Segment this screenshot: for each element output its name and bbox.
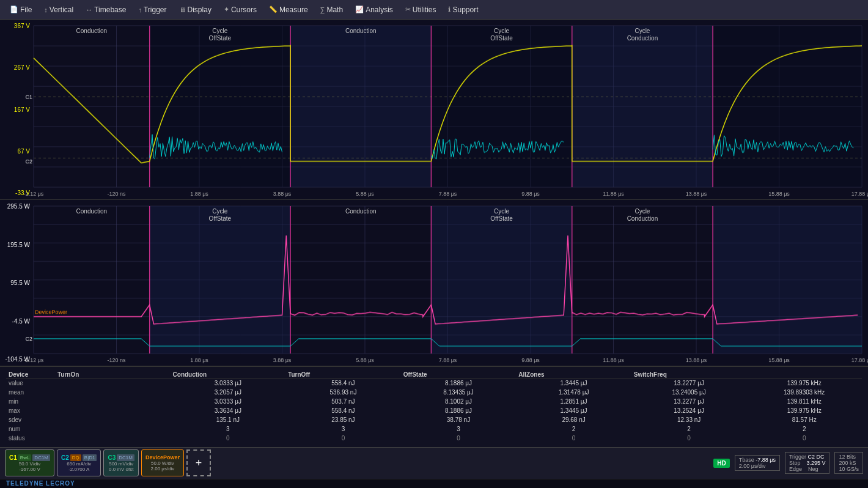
stats-cell-6-4: 0 bbox=[516, 434, 631, 442]
cursors-icon: ✦ bbox=[224, 6, 229, 13]
channel-devicepower-button[interactable]: DevicePower 50.0 W/div 2.00 μs/div bbox=[141, 449, 184, 476]
stats-cell-2-0 bbox=[55, 397, 171, 405]
stats-cell-5-5: 2 bbox=[631, 425, 747, 433]
y-label-bot-1: 295.5 W bbox=[1, 203, 32, 210]
c3-scale: 500 mV/div bbox=[109, 461, 133, 467]
bits-label: 12 Bits bbox=[839, 454, 859, 460]
menu-item-display[interactable]: 🖥 Display bbox=[174, 3, 216, 17]
menu-item-file[interactable]: 📄 File bbox=[5, 3, 37, 17]
stats-cell-5-6: 2 bbox=[746, 425, 862, 433]
y-label-top-5: -33 V bbox=[1, 190, 32, 196]
tbase-info: Tbase -7.88 μs 2.00 μs/div bbox=[735, 455, 780, 471]
stats-col-offstate: OffState bbox=[401, 371, 517, 379]
c3-offset: 0.0 mV ofst bbox=[109, 467, 133, 472]
trigger-icon: ↑ bbox=[138, 6, 142, 13]
stats-col-switchfreq: SwitchFreq bbox=[631, 371, 747, 379]
stats-label-3: max bbox=[6, 407, 55, 415]
stats-cell-5-4: 2 bbox=[516, 425, 631, 433]
stats-panel: Device TurnOn Conduction TurnOff OffStat… bbox=[0, 366, 868, 447]
y-label-top-4: 67 V bbox=[1, 148, 32, 155]
stats-row-3: max3.3634 μJ558.4 nJ8.1886 μJ1.3445 μJ13… bbox=[6, 407, 862, 416]
stats-cell-2-2: 503.7 nJ bbox=[285, 397, 401, 405]
stats-cell-4-2: 23.85 nJ bbox=[285, 416, 401, 424]
bottom-waveform-canvas bbox=[0, 200, 868, 366]
stats-grid: Device TurnOn Conduction TurnOff OffStat… bbox=[6, 371, 862, 379]
stats-cell-1-3: 8.13435 μJ bbox=[401, 388, 517, 396]
stats-label-0: value bbox=[6, 379, 55, 387]
stats-col-allzones: AllZones bbox=[516, 371, 631, 379]
menu-item-utilities[interactable]: ✂ Utilities bbox=[400, 3, 441, 17]
timebase-icon: ↔ bbox=[86, 6, 92, 13]
support-icon: ℹ bbox=[448, 6, 451, 13]
stats-row-6: status000000 bbox=[6, 434, 862, 443]
sample-rate-2: 10 GS/s bbox=[839, 466, 859, 472]
sample-rate-1: 200 kS bbox=[839, 460, 859, 466]
y-label-top-3: 167 V bbox=[1, 106, 32, 113]
y-label-bot-5: -104.5 W bbox=[1, 356, 32, 363]
stats-col-extra bbox=[746, 371, 862, 379]
menu-item-support[interactable]: ℹ Support bbox=[443, 3, 483, 17]
stats-col-turnon: TurnOn bbox=[55, 371, 171, 379]
c1-bwl-badge: BwL bbox=[18, 454, 32, 461]
stats-cell-2-4: 1.2851 μJ bbox=[516, 397, 631, 405]
add-channel-button[interactable]: + bbox=[186, 449, 211, 476]
stats-col-turnoff: TurnOff bbox=[285, 371, 401, 379]
channel-c1-button[interactable]: C1 BwL DC1M 50.0 V/div -167.00 V bbox=[5, 449, 54, 476]
stats-cell-5-0 bbox=[55, 425, 171, 433]
stats-cell-0-6: 139.975 kHz bbox=[746, 379, 862, 387]
menu-item-analysis[interactable]: 📈 Analysis bbox=[350, 3, 398, 17]
c1-offset: -167.00 V bbox=[19, 467, 40, 472]
c1-scale: 50.0 V/div bbox=[19, 461, 41, 467]
display-icon: 🖥 bbox=[179, 6, 186, 13]
y-label-top-2: 267 V bbox=[1, 64, 32, 71]
stats-row-0: value3.0333 μJ558.4 nJ8.1886 μJ1.3445 μJ… bbox=[6, 379, 862, 388]
measure-icon: 📏 bbox=[269, 6, 278, 13]
stats-cell-1-0 bbox=[55, 388, 171, 396]
channel-c2-button[interactable]: C2 DQ B|D1 650 mA/div -2.0700 A bbox=[57, 449, 101, 476]
stats-cell-5-2: 3 bbox=[285, 425, 401, 433]
menu-item-timebase[interactable]: ↔ Timebase bbox=[81, 3, 131, 17]
c1-dc1m-badge: DC1M bbox=[32, 454, 50, 461]
menu-item-measure[interactable]: 📏 Measure bbox=[264, 3, 313, 17]
stats-cell-0-5: 13.2277 μJ bbox=[631, 379, 747, 387]
stats-cell-2-3: 8.1002 μJ bbox=[401, 397, 517, 405]
top-waveform-canvas bbox=[0, 20, 868, 199]
stats-cell-5-3: 3 bbox=[401, 425, 517, 433]
stats-cell-0-0 bbox=[55, 379, 171, 387]
stats-label-4: sdev bbox=[6, 416, 55, 424]
c2-scale: 650 mA/div bbox=[67, 461, 91, 467]
stats-cell-0-4: 1.3445 μJ bbox=[516, 379, 631, 387]
trigger-channel: C2 DC bbox=[808, 454, 825, 460]
y-label-bot-4: -4.5 W bbox=[1, 318, 32, 325]
stats-label-1: mean bbox=[6, 388, 55, 396]
stats-cell-2-1: 3.0333 μJ bbox=[171, 397, 286, 405]
stats-cell-1-6: 139.89303 kHz bbox=[746, 388, 862, 396]
stats-cell-3-6: 139.975 kHz bbox=[746, 407, 862, 415]
stats-label-6: status bbox=[6, 434, 55, 442]
menu-item-trigger[interactable]: ↑ Trigger bbox=[133, 3, 171, 17]
stats-cell-6-5: 0 bbox=[631, 434, 747, 442]
stats-cell-2-5: 13.2277 μJ bbox=[631, 397, 747, 405]
y-label-bot-2: 195.5 W bbox=[1, 242, 32, 248]
stats-cell-1-4: 1.31478 μJ bbox=[516, 388, 631, 396]
brand-label: TELEDYNE LECROY bbox=[6, 480, 75, 487]
stats-cell-6-2: 0 bbox=[285, 434, 401, 442]
bottom-y-axis: 295.5 W 195.5 W 95.5 W -4.5 W -104.5 W bbox=[0, 200, 34, 366]
stats-cell-6-6: 0 bbox=[746, 434, 862, 442]
stats-cell-4-1: 135.1 nJ bbox=[171, 416, 286, 424]
tbase-value: -7.88 μs bbox=[756, 457, 776, 463]
stats-cell-0-2: 558.4 nJ bbox=[285, 379, 401, 387]
menu-item-math[interactable]: ∑ Math bbox=[315, 3, 348, 17]
stats-cell-2-6: 139.811 kHz bbox=[746, 397, 862, 405]
stats-cell-3-4: 1.3445 μJ bbox=[516, 407, 631, 415]
stats-cell-4-0 bbox=[55, 416, 171, 424]
stats-cell-1-5: 13.24005 μJ bbox=[631, 388, 747, 396]
stats-col-conduction: Conduction bbox=[171, 371, 286, 379]
menu-item-cursors[interactable]: ✦ Cursors bbox=[219, 3, 262, 17]
y-label-bot-3: 95.5 W bbox=[1, 279, 32, 286]
menu-item-vertical[interactable]: ↕ Vertical bbox=[39, 3, 78, 17]
hd-badge: HD bbox=[713, 459, 729, 468]
brand-bar: TELEDYNE LECROY bbox=[0, 479, 868, 488]
channel-c3-button[interactable]: C3 DC1M 500 mV/div 0.0 mV ofst bbox=[103, 449, 138, 476]
file-icon: 📄 bbox=[10, 6, 18, 13]
